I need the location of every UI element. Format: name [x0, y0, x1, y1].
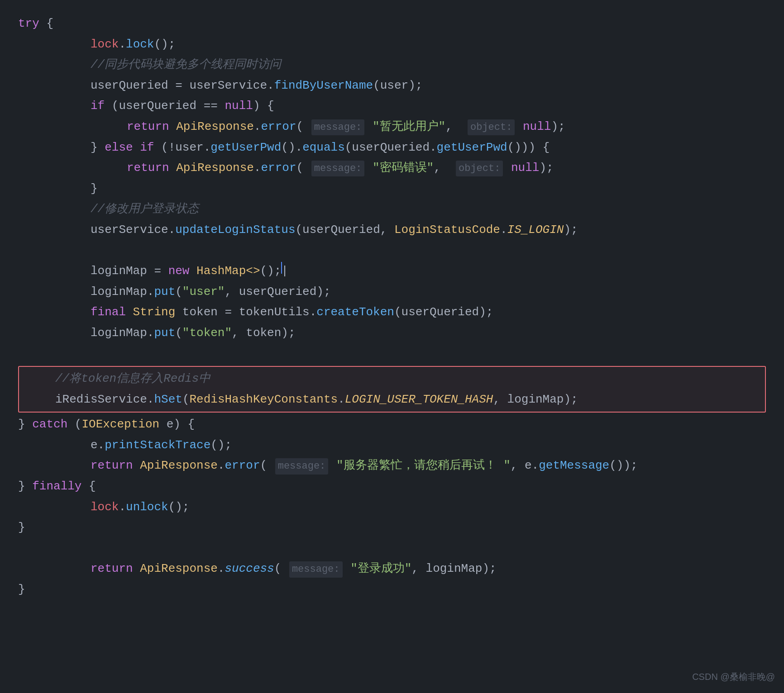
code-line-put-user: loginMap.put("user", userQueried); [18, 282, 766, 303]
empty-line-3 [18, 538, 766, 559]
code-line-redis-hset: iRedisService.hSet(RedisHashKeyConstants… [19, 389, 765, 410]
code-line-close-2: } [18, 517, 766, 538]
code-line-else-if: } else if (!user.getUserPwd().equals(use… [18, 138, 766, 158]
code-line-try: try { [18, 14, 766, 34]
code-line-update-status: userService.updateLoginStatus(userQuerie… [18, 220, 766, 241]
code-line-return-error-1: return ApiResponse.error( message: "暂无此用… [18, 117, 766, 138]
highlight-redis-block: //将token信息存入Redis中 iRedisService.hSet(Re… [18, 366, 766, 413]
code-line-lock-unlock: lock.unlock(); [18, 497, 766, 518]
code-line-print-stack: e.printStackTrace(); [18, 435, 766, 456]
code-line-return-error-2: return ApiResponse.error( message: "密码错误… [18, 158, 766, 179]
empty-line-1 [18, 241, 766, 261]
code-line-if-null: if (userQueried == null) { [18, 96, 766, 117]
watermark: CSDN @桑榆非晚@ [692, 669, 775, 684]
code-line-find-user: userQueried = userService.findByUserName… [18, 76, 766, 96]
code-line-catch: } catch (IOException e) { [18, 414, 766, 435]
code-line-token: final String token = tokenUtils.createTo… [18, 302, 766, 323]
code-line-comment-redis: //将token信息存入Redis中 [19, 369, 765, 389]
code-line-hashmap: loginMap = new HashMap<>();| [18, 261, 766, 282]
empty-line-2 [18, 344, 766, 365]
code-line-put-token: loginMap.put("token", token); [18, 323, 766, 344]
code-line-finally: } finally { [18, 476, 766, 497]
code-line-return-success: return ApiResponse.success( message: "登录… [18, 559, 766, 579]
code-line-close-1: } [18, 179, 766, 199]
code-line-comment-status: //修改用户登录状态 [18, 199, 766, 220]
code-line-comment-sync: //同步代码块避免多个线程同时访问 [18, 55, 766, 76]
code-line-return-error-3: return ApiResponse.error( message: "服务器繁… [18, 456, 766, 476]
kw-try: try [18, 14, 39, 33]
code-line-lock-lock: lock.lock(); [18, 34, 766, 55]
code-container: try { lock.lock(); //同步代码块避免多个线程同时访问 use… [0, 0, 784, 614]
code-line-close-3: } [18, 579, 766, 600]
